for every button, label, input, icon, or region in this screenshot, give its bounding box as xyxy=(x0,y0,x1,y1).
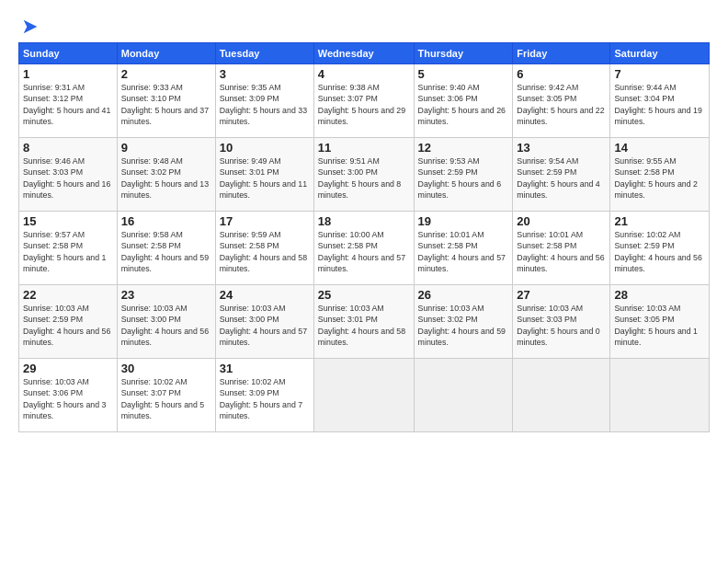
calendar-cell xyxy=(414,359,513,432)
calendar-cell: 9 Sunrise: 9:48 AM Sunset: 3:02 PM Dayli… xyxy=(117,138,215,212)
col-header-wednesday: Wednesday xyxy=(313,43,414,64)
day-info: Sunrise: 9:35 AM Sunset: 3:09 PM Dayligh… xyxy=(220,82,310,127)
day-info: Sunrise: 10:03 AM Sunset: 3:05 PM Daylig… xyxy=(614,303,705,348)
day-number: 11 xyxy=(318,141,410,155)
calendar-cell: 25 Sunrise: 10:03 AM Sunset: 3:01 PM Day… xyxy=(313,285,414,359)
col-header-tuesday: Tuesday xyxy=(215,43,313,64)
day-info: Sunrise: 10:02 AM Sunset: 3:07 PM Daylig… xyxy=(121,376,211,421)
calendar-cell: 30 Sunrise: 10:02 AM Sunset: 3:07 PM Day… xyxy=(117,359,215,432)
header xyxy=(18,17,710,37)
day-info: Sunrise: 9:49 AM Sunset: 3:01 PM Dayligh… xyxy=(220,155,310,201)
col-header-monday: Monday xyxy=(117,43,215,64)
day-info: Sunrise: 10:01 AM Sunset: 2:58 PM Daylig… xyxy=(418,229,509,274)
day-number: 15 xyxy=(23,214,113,228)
calendar-cell: 16 Sunrise: 9:58 AM Sunset: 2:58 PM Dayl… xyxy=(117,212,215,285)
calendar-cell: 21 Sunrise: 10:02 AM Sunset: 2:59 PM Day… xyxy=(610,212,710,285)
day-number: 9 xyxy=(121,141,211,155)
calendar-cell xyxy=(610,359,710,432)
day-number: 24 xyxy=(220,288,310,302)
day-number: 23 xyxy=(121,288,211,302)
day-number: 6 xyxy=(517,67,606,81)
day-number: 8 xyxy=(23,141,113,155)
day-number: 28 xyxy=(614,288,705,302)
calendar-cell: 28 Sunrise: 10:03 AM Sunset: 3:05 PM Day… xyxy=(610,285,710,359)
day-number: 7 xyxy=(614,67,705,81)
calendar-cell: 17 Sunrise: 9:59 AM Sunset: 2:58 PM Dayl… xyxy=(215,212,313,285)
day-number: 17 xyxy=(220,214,310,228)
calendar-cell: 2 Sunrise: 9:33 AM Sunset: 3:10 PM Dayli… xyxy=(117,64,215,138)
calendar-cell xyxy=(313,359,414,432)
day-info: Sunrise: 9:55 AM Sunset: 2:58 PM Dayligh… xyxy=(614,155,705,201)
calendar-cell: 5 Sunrise: 9:40 AM Sunset: 3:06 PM Dayli… xyxy=(414,64,513,138)
day-number: 10 xyxy=(220,141,310,155)
calendar-table: SundayMondayTuesdayWednesdayThursdayFrid… xyxy=(18,42,710,432)
day-info: Sunrise: 10:01 AM Sunset: 2:58 PM Daylig… xyxy=(517,229,606,274)
day-info: Sunrise: 9:31 AM Sunset: 3:12 PM Dayligh… xyxy=(23,82,113,127)
calendar-cell: 13 Sunrise: 9:54 AM Sunset: 2:59 PM Dayl… xyxy=(513,138,610,212)
day-info: Sunrise: 10:02 AM Sunset: 2:59 PM Daylig… xyxy=(614,229,705,274)
day-number: 3 xyxy=(220,67,310,81)
day-number: 31 xyxy=(220,362,310,375)
day-number: 14 xyxy=(614,141,705,155)
day-info: Sunrise: 10:03 AM Sunset: 2:59 PM Daylig… xyxy=(23,303,113,348)
day-info: Sunrise: 10:03 AM Sunset: 3:00 PM Daylig… xyxy=(121,303,211,348)
logo xyxy=(18,17,40,37)
day-info: Sunrise: 9:51 AM Sunset: 3:00 PM Dayligh… xyxy=(318,155,410,201)
calendar-cell: 19 Sunrise: 10:01 AM Sunset: 2:58 PM Day… xyxy=(414,212,513,285)
calendar-cell: 3 Sunrise: 9:35 AM Sunset: 3:09 PM Dayli… xyxy=(215,64,313,138)
day-info: Sunrise: 9:54 AM Sunset: 2:59 PM Dayligh… xyxy=(517,155,606,201)
col-header-thursday: Thursday xyxy=(414,43,513,64)
day-number: 1 xyxy=(23,67,113,81)
calendar-cell: 20 Sunrise: 10:01 AM Sunset: 2:58 PM Day… xyxy=(513,212,610,285)
day-number: 26 xyxy=(418,288,509,302)
calendar-cell: 14 Sunrise: 9:55 AM Sunset: 2:58 PM Dayl… xyxy=(610,138,710,212)
day-info: Sunrise: 10:03 AM Sunset: 3:06 PM Daylig… xyxy=(23,376,113,421)
day-info: Sunrise: 9:59 AM Sunset: 2:58 PM Dayligh… xyxy=(220,229,310,274)
day-info: Sunrise: 10:02 AM Sunset: 3:09 PM Daylig… xyxy=(220,376,310,421)
calendar-cell: 1 Sunrise: 9:31 AM Sunset: 3:12 PM Dayli… xyxy=(19,64,118,138)
calendar-cell: 18 Sunrise: 10:00 AM Sunset: 2:58 PM Day… xyxy=(313,212,414,285)
calendar-cell: 8 Sunrise: 9:46 AM Sunset: 3:03 PM Dayli… xyxy=(19,138,118,212)
calendar-cell: 4 Sunrise: 9:38 AM Sunset: 3:07 PM Dayli… xyxy=(313,64,414,138)
calendar-cell: 26 Sunrise: 10:03 AM Sunset: 3:02 PM Day… xyxy=(414,285,513,359)
col-header-friday: Friday xyxy=(513,43,610,64)
page: SundayMondayTuesdayWednesdayThursdayFrid… xyxy=(0,0,728,563)
calendar-cell: 11 Sunrise: 9:51 AM Sunset: 3:00 PM Dayl… xyxy=(313,138,414,212)
calendar-cell: 12 Sunrise: 9:53 AM Sunset: 2:59 PM Dayl… xyxy=(414,138,513,212)
col-header-sunday: Sunday xyxy=(19,43,118,64)
col-header-saturday: Saturday xyxy=(610,43,710,64)
day-info: Sunrise: 10:00 AM Sunset: 2:58 PM Daylig… xyxy=(318,229,410,274)
day-number: 30 xyxy=(121,362,211,375)
day-number: 18 xyxy=(318,214,410,228)
svg-marker-0 xyxy=(24,20,38,34)
day-info: Sunrise: 9:44 AM Sunset: 3:04 PM Dayligh… xyxy=(614,82,705,127)
day-number: 13 xyxy=(517,141,606,155)
day-info: Sunrise: 10:03 AM Sunset: 3:02 PM Daylig… xyxy=(418,303,509,348)
calendar-cell: 22 Sunrise: 10:03 AM Sunset: 2:59 PM Day… xyxy=(19,285,118,359)
calendar-cell: 6 Sunrise: 9:42 AM Sunset: 3:05 PM Dayli… xyxy=(513,64,610,138)
calendar-cell xyxy=(513,359,610,432)
calendar-week-2: 8 Sunrise: 9:46 AM Sunset: 3:03 PM Dayli… xyxy=(19,138,710,212)
day-info: Sunrise: 9:48 AM Sunset: 3:02 PM Dayligh… xyxy=(121,155,211,201)
day-number: 16 xyxy=(121,214,211,228)
day-number: 25 xyxy=(318,288,410,302)
day-number: 4 xyxy=(318,67,410,81)
day-number: 21 xyxy=(614,214,705,228)
calendar-cell: 15 Sunrise: 9:57 AM Sunset: 2:58 PM Dayl… xyxy=(19,212,118,285)
logo-icon xyxy=(20,17,40,37)
day-number: 20 xyxy=(517,214,606,228)
day-number: 22 xyxy=(23,288,113,302)
calendar-cell: 31 Sunrise: 10:02 AM Sunset: 3:09 PM Day… xyxy=(215,359,313,432)
calendar-cell: 27 Sunrise: 10:03 AM Sunset: 3:03 PM Day… xyxy=(513,285,610,359)
day-info: Sunrise: 10:03 AM Sunset: 3:01 PM Daylig… xyxy=(318,303,410,348)
calendar-cell: 10 Sunrise: 9:49 AM Sunset: 3:01 PM Dayl… xyxy=(215,138,313,212)
calendar-week-3: 15 Sunrise: 9:57 AM Sunset: 2:58 PM Dayl… xyxy=(19,212,710,285)
day-info: Sunrise: 9:42 AM Sunset: 3:05 PM Dayligh… xyxy=(517,82,606,127)
day-number: 2 xyxy=(121,67,211,81)
calendar-week-1: 1 Sunrise: 9:31 AM Sunset: 3:12 PM Dayli… xyxy=(19,64,710,138)
day-info: Sunrise: 9:53 AM Sunset: 2:59 PM Dayligh… xyxy=(418,155,509,201)
day-info: Sunrise: 10:03 AM Sunset: 3:00 PM Daylig… xyxy=(220,303,310,348)
calendar-cell: 24 Sunrise: 10:03 AM Sunset: 3:00 PM Day… xyxy=(215,285,313,359)
day-number: 19 xyxy=(418,214,509,228)
day-info: Sunrise: 9:40 AM Sunset: 3:06 PM Dayligh… xyxy=(418,82,509,127)
